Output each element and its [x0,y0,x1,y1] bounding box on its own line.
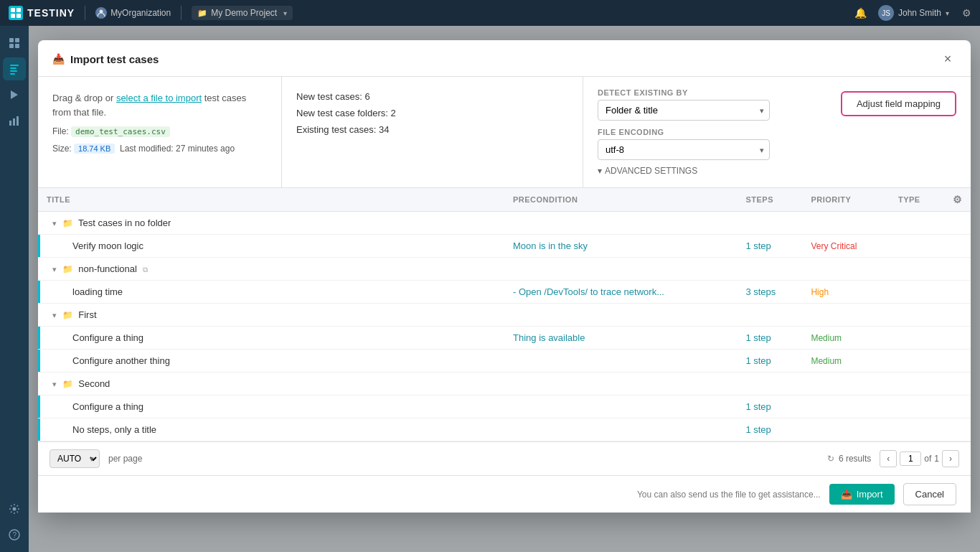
main-layout: ? 📥 Import test cases × [0,26,980,552]
steps-link[interactable]: 1 step [745,424,771,435]
case-priority: Medium [802,350,890,373]
advanced-settings-toggle[interactable]: ▾ ADVANCED SETTINGS [598,166,829,176]
folder-icon: 📁 [62,264,73,274]
app-logo[interactable]: TESTINY [9,6,75,20]
case-title: loading time [72,286,123,297]
page-input[interactable] [900,452,921,466]
case-precondition: Moon is in the sky [504,235,737,258]
case-type [890,235,944,258]
table-row: ▾ 📁 Second [38,373,971,396]
prev-page-button[interactable]: ‹ [880,450,897,467]
per-page-select-wrapper: AUTO 10 25 50 [50,449,100,468]
sidebar-item-help[interactable]: ? [3,523,26,546]
folder-chevron[interactable]: ▾ [52,265,57,273]
adjust-field-mapping-button[interactable]: Adjust field mapping [841,91,956,116]
pagination: ‹ of 1 › [880,450,959,467]
modified-label: Last modified: [120,144,174,154]
detect-select[interactable]: Folder & title [598,100,770,121]
user-chevron: ▾ [946,9,949,17]
detect-select-wrapper: Folder & title [598,100,770,121]
case-actions [944,396,971,418]
stat-existing: Existing test cases: 34 [296,124,568,135]
case-steps: 1 step [737,396,802,418]
cancel-button[interactable]: Cancel [903,483,956,505]
folder-chevron[interactable]: ▾ [52,219,57,228]
case-precondition: Thing is available [504,327,737,350]
select-file-link[interactable]: select a file to import [116,93,202,103]
modal-close-button[interactable]: × [939,50,956,67]
stat-new-cases: New test cases: 6 [296,91,568,102]
nav-divider [85,6,85,20]
priority-value: Medium [811,356,842,366]
encoding-select[interactable]: utf-8 [598,139,770,160]
svg-rect-16 [17,116,19,126]
sidebar-item-reports[interactable] [3,109,26,132]
case-priority [802,418,890,441]
table-row: Configure a thing Thing is available 1 s… [38,327,971,350]
project-nav-item[interactable]: 📁 My Demo Project ▾ [192,6,293,20]
import-modal: 📥 Import test cases × Drag & drop or sel… [38,40,971,513]
steps-link[interactable]: 1 step [745,355,771,366]
svg-rect-9 [10,65,19,66]
drop-zone[interactable]: Drag & drop or select a file to import t… [38,77,282,187]
encoding-select-wrapper: utf-8 [598,139,770,160]
precondition-link[interactable]: Moon is in the sky [513,240,588,251]
org-name: MyOrganization [110,8,171,18]
case-precondition: - Open /DevTools/ to trace network... [504,281,737,304]
page-of-text: of [924,454,931,464]
folder-cell: ▾ 📁 Test cases in no folder [38,212,971,235]
case-title: Configure another thing [72,355,170,366]
case-steps: 1 step [737,235,802,258]
table-row: Configure a thing 1 step [38,396,971,418]
sidebar-item-home[interactable] [3,32,26,55]
case-actions [944,235,971,258]
user-menu[interactable]: JS John Smith ▾ [878,5,949,21]
th-title: TITLE [38,188,504,212]
refresh-icon[interactable]: ↻ [827,454,834,464]
th-settings[interactable]: ⚙ [944,188,971,212]
encoding-label: FILE ENCODING [598,128,829,136]
svg-text:?: ? [13,531,17,539]
precondition-link[interactable]: - Open /DevTools/ to trace network... [513,286,664,297]
sidebar-item-testcases[interactable] [3,57,26,80]
case-actions [944,281,971,304]
svg-rect-15 [13,118,15,126]
table-row: No steps, only a title 1 step [38,418,971,441]
folder-icon: 📁 [62,218,73,228]
precondition-link[interactable]: Thing is available [513,332,585,343]
svg-marker-13 [11,90,18,99]
table-wrapper: TITLE PRECONDITION STEPS PRIORITY TYPE ⚙ [38,188,971,441]
svg-rect-0 [11,8,15,12]
nav-divider-2 [181,6,182,20]
per-page-select[interactable]: AUTO 10 25 50 [50,449,100,468]
steps-link[interactable]: 1 step [745,401,771,412]
table-row: ▾ 📁 First [38,304,971,327]
bell-icon[interactable]: 🔔 [854,7,867,19]
table-settings-icon: ⚙ [953,194,963,205]
app-name: TESTINY [27,7,75,19]
next-page-button[interactable]: › [942,450,959,467]
case-actions [944,418,971,441]
folder-chevron[interactable]: ▾ [52,380,57,388]
adjust-button-wrapper: Adjust field mapping [841,88,956,116]
folder-chevron[interactable]: ▾ [52,311,57,319]
import-button[interactable]: 📥 Import [829,484,895,505]
advanced-chevron: ▾ [598,166,602,176]
folder-cell: ▾ 📁 First [38,304,971,327]
sidebar-item-settings[interactable] [3,497,26,520]
case-title: Verify moon logic [72,240,143,251]
steps-link[interactable]: 3 steps [745,286,776,297]
sidebar-item-runs[interactable] [3,83,26,106]
table-header-row: TITLE PRECONDITION STEPS PRIORITY TYPE ⚙ [38,188,971,212]
copy-icon[interactable]: ⧉ [143,266,148,273]
svg-rect-10 [10,67,17,69]
settings-nav-icon[interactable]: ⚙ [962,7,971,19]
row-indicator-bar [38,396,40,418]
org-nav-item[interactable]: MyOrganization [95,7,171,19]
import-label: Import [857,489,883,500]
file-size-row: Size: 18.74 KB Last modified: 27 minutes… [52,144,267,154]
steps-link[interactable]: 1 step [745,240,771,251]
stats-box: New test cases: 6 New test case folders:… [282,77,583,187]
case-precondition [504,350,737,373]
steps-link[interactable]: 1 step [745,332,771,343]
